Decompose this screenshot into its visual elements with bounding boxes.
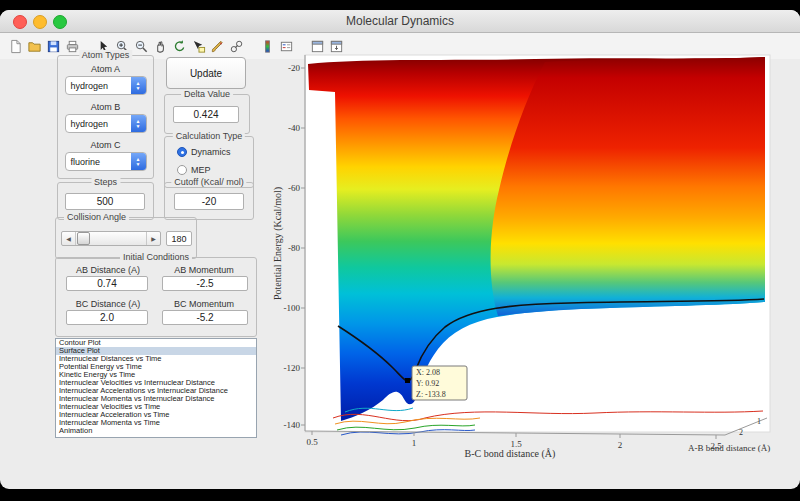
- datatip[interactable]: X: 2.08 Y: 0.92 Z: -133.8: [412, 366, 467, 400]
- list-item[interactable]: Internuclear Distances vs Time: [56, 355, 256, 363]
- delta-value-panel: Delta Value: [164, 94, 250, 134]
- dynamics-radio-label: Dynamics: [191, 147, 231, 157]
- list-item[interactable]: Potential Energy vs Time: [56, 363, 256, 371]
- collision-angle-slider[interactable]: ◀ ▶: [61, 231, 161, 246]
- mep-radio-label: MEP: [191, 165, 211, 175]
- brush-data-icon[interactable]: [208, 36, 227, 56]
- x2-tick: 2: [739, 428, 743, 437]
- x2-axis-label: A-B bond distance (Å): [688, 443, 800, 453]
- steps-field[interactable]: [65, 193, 145, 210]
- window-title: Molecular Dynamics: [0, 10, 800, 32]
- link-plots-icon[interactable]: [227, 36, 246, 56]
- popup-arrows-icon: ▲▼: [131, 77, 146, 94]
- atom-b-popup[interactable]: hydrogen ▲▼: [65, 114, 147, 133]
- atom-a-popup[interactable]: hydrogen ▲▼: [65, 76, 147, 95]
- slider-left-arrow[interactable]: ◀: [62, 232, 76, 245]
- datatip-z: Z: -133.8: [416, 390, 446, 399]
- dynamics-radio[interactable]: [177, 147, 187, 157]
- dynamics-radio-row[interactable]: Dynamics: [177, 147, 231, 157]
- slider-thumb[interactable]: [77, 232, 90, 245]
- list-item[interactable]: Internuclear Momenta vs Internuclear Dis…: [56, 395, 256, 403]
- list-item[interactable]: Internuclear Acceleration vs Time: [56, 411, 256, 419]
- ab-momentum-label: AB Momentum: [158, 265, 250, 275]
- zoom-out-icon[interactable]: [132, 36, 151, 56]
- title-bar[interactable]: Molecular Dynamics: [0, 10, 800, 33]
- collision-angle-title: Collision Angle: [64, 212, 129, 222]
- ab-distance-field[interactable]: [66, 276, 148, 291]
- atom-types-title: Atom Types: [79, 50, 132, 60]
- y-tick-labels: -20 -40 -60 -80 -100 -120 -140: [284, 63, 301, 430]
- atom-types-panel: Atom Types Atom A hydrogen ▲▼ Atom B hyd…: [57, 55, 154, 179]
- collision-angle-value[interactable]: [166, 231, 192, 246]
- list-item-selected[interactable]: Surface Plot: [56, 347, 256, 355]
- app-window: Molecular Dynamics Atom Types Atom A hyd…: [0, 10, 800, 489]
- ab-distance-label: AB Distance (A): [62, 265, 154, 275]
- slider-right-arrow[interactable]: ▶: [146, 232, 160, 245]
- atom-a-value: hydrogen: [66, 81, 131, 91]
- y-tick: -100: [284, 303, 301, 313]
- update-button[interactable]: Update: [166, 57, 246, 89]
- x-axis-label: B-C bond distance (Å): [380, 448, 640, 459]
- cutoff-title: Cutoff (Kcal/ mol): [171, 177, 246, 187]
- atom-b-value: hydrogen: [66, 119, 131, 129]
- open-folder-icon[interactable]: [25, 36, 44, 56]
- cutoff-panel: Cutoff (Kcal/ mol): [164, 182, 254, 220]
- bc-distance-field[interactable]: [66, 310, 148, 325]
- x-tick: 0.5: [306, 437, 318, 447]
- steps-title: Steps: [91, 177, 120, 187]
- list-item[interactable]: Internuclear Velocities vs Internuclear …: [56, 379, 256, 387]
- ab-momentum-field[interactable]: [162, 276, 248, 291]
- datatip-marker[interactable]: [405, 378, 410, 383]
- initial-conditions-panel: Initial Conditions AB Distance (A) AB Mo…: [55, 257, 257, 337]
- atom-b-label: Atom B: [91, 102, 121, 112]
- datatip-x: X: 2.08: [416, 368, 440, 377]
- atom-c-value: fluorine: [66, 157, 131, 167]
- calculation-type-title: Calculation Type: [173, 131, 245, 141]
- delta-value-title: Delta Value: [181, 89, 233, 99]
- initial-conditions-title: Initial Conditions: [120, 252, 192, 262]
- bc-momentum-field[interactable]: [162, 310, 248, 325]
- list-item[interactable]: Internuclear Accelerations vs Internucle…: [56, 387, 256, 395]
- mep-radio-row[interactable]: MEP: [177, 165, 211, 175]
- y-tick: -20: [288, 63, 300, 73]
- mep-radio[interactable]: [177, 165, 187, 175]
- x-tick: 1: [412, 438, 417, 448]
- list-item[interactable]: Kinetic Energy vs Time: [56, 371, 256, 379]
- y-tick: -60: [288, 183, 300, 193]
- atom-c-label: Atom C: [90, 140, 120, 150]
- bc-distance-label: BC Distance (A): [62, 299, 154, 309]
- popup-arrows-icon: ▲▼: [131, 153, 146, 170]
- delta-value-field[interactable]: [173, 106, 239, 123]
- save-icon[interactable]: [44, 36, 63, 56]
- rotate-3d-icon[interactable]: [170, 36, 189, 56]
- atom-a-label: Atom A: [91, 64, 120, 74]
- surface-right-wall: [491, 57, 765, 316]
- surface-plot[interactable]: X: 2.08 Y: 0.92 Z: -133.8 -20 -40 -60 -8…: [275, 50, 775, 450]
- list-item[interactable]: Internuclear Velocities vs Time: [56, 403, 256, 411]
- datatip-y: Y: 0.92: [416, 379, 439, 388]
- screen: { "window": { "title": "Molecular Dynami…: [0, 0, 800, 501]
- y-tick: -40: [288, 123, 300, 133]
- pan-hand-icon[interactable]: [151, 36, 170, 56]
- y-tick: -140: [284, 420, 301, 430]
- list-item[interactable]: Contour Plot: [56, 339, 256, 347]
- plot-type-listbox[interactable]: Contour Plot Surface Plot Internuclear D…: [55, 338, 257, 438]
- bc-momentum-label: BC Momentum: [158, 299, 250, 309]
- y-tick: -80: [288, 243, 300, 253]
- atom-c-popup[interactable]: fluorine ▲▼: [65, 152, 147, 171]
- list-item[interactable]: Animation: [56, 427, 256, 435]
- list-item[interactable]: Internuclear Momenta vs Time: [56, 419, 256, 427]
- x2-tick: 1: [757, 417, 761, 426]
- y-tick: -120: [284, 363, 301, 373]
- data-cursor-icon[interactable]: [189, 36, 208, 56]
- popup-arrows-icon: ▲▼: [131, 115, 146, 132]
- new-document-icon[interactable]: [6, 36, 25, 56]
- cutoff-field[interactable]: [174, 193, 244, 210]
